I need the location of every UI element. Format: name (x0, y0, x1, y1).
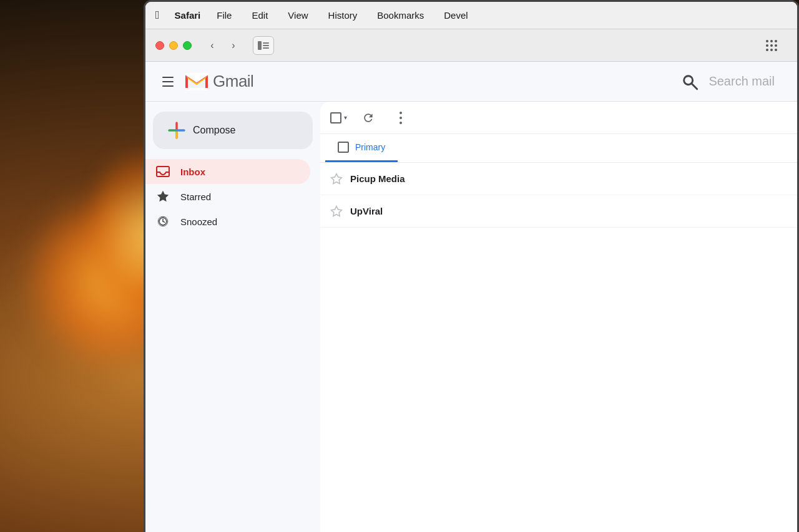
sidebar-toggle-button[interactable] (253, 36, 274, 55)
email-row-2[interactable]: UpViral (320, 195, 797, 228)
menu-bar:  Safari File Edit View History Bookmark… (145, 2, 797, 29)
select-all-checkbox[interactable]: ▾ (330, 112, 347, 123)
star-icon-svg (156, 190, 170, 203)
svg-point-6 (775, 40, 777, 42)
email-list-toolbar: ▾ (320, 102, 797, 134)
nav-buttons: ‹ › (203, 36, 243, 55)
svg-marker-37 (331, 206, 342, 216)
svg-point-8 (770, 44, 773, 47)
menu-edit[interactable]: Edit (248, 9, 272, 22)
gmail-m-icon (185, 73, 208, 90)
compose-label: Compose (193, 125, 235, 136)
search-container: Search mail (681, 73, 775, 90)
search-area: Search mail (253, 73, 787, 90)
laptop-frame:  Safari File Edit View History Bookmark… (144, 0, 799, 532)
hamburger-button[interactable] (155, 69, 180, 94)
refresh-icon (362, 112, 375, 124)
starred-label: Starred (180, 191, 211, 202)
gmail-app: Gmail Search mail (145, 62, 797, 532)
sidebar-item-snoozed[interactable]: Snoozed (145, 209, 310, 234)
maximize-button[interactable] (183, 41, 192, 50)
menu-file[interactable]: File (213, 9, 235, 22)
apple-icon[interactable]:  (155, 9, 160, 22)
email-list: ▾ (320, 102, 797, 532)
grid-icon-button[interactable] (761, 36, 782, 55)
checkbox[interactable] (330, 112, 341, 123)
tab-primary[interactable]: Primary (325, 134, 398, 162)
snoozed-label: Snoozed (180, 216, 217, 227)
email-sender-1: Picup Media (350, 173, 450, 184)
search-icon-svg (681, 73, 699, 90)
minimize-button[interactable] (169, 41, 178, 50)
search-placeholder-text: Search mail (708, 74, 775, 89)
gmail-wordmark: Gmail (213, 72, 253, 91)
star-icon-2[interactable] (330, 205, 343, 218)
svg-line-15 (692, 84, 697, 89)
snoozed-icon (155, 214, 170, 229)
svg-rect-2 (263, 45, 269, 46)
hamburger-line-3 (162, 85, 174, 87)
refresh-button[interactable] (357, 107, 380, 129)
gmail-sidebar: Compose Inbox (145, 102, 320, 532)
inbox-icon-svg (156, 166, 170, 177)
svg-marker-36 (331, 173, 342, 183)
traffic-lights (155, 41, 192, 50)
svg-point-9 (775, 44, 777, 47)
browser-toolbar: ‹ › (145, 29, 797, 62)
compose-button[interactable]: Compose (153, 112, 313, 149)
close-button[interactable] (155, 41, 164, 50)
app-name: Safari (175, 10, 201, 21)
back-button[interactable]: ‹ (203, 36, 222, 55)
svg-point-12 (775, 49, 777, 51)
compose-plus-icon (168, 122, 185, 139)
grid-dots-icon (765, 39, 778, 52)
hamburger-line-1 (162, 77, 174, 78)
inbox-icon (155, 164, 170, 179)
gmail-header: Gmail Search mail (145, 62, 797, 102)
more-options-icon (400, 112, 402, 124)
menu-view[interactable]: View (284, 9, 311, 22)
sidebar-item-inbox[interactable]: Inbox (145, 159, 310, 184)
tab-primary-label: Primary (355, 142, 385, 152)
svg-point-34 (400, 117, 402, 119)
svg-point-7 (766, 44, 768, 47)
tab-checkbox[interactable] (338, 142, 349, 153)
menu-bookmarks[interactable]: Bookmarks (373, 9, 428, 22)
menu-devel[interactable]: Devel (440, 9, 471, 22)
search-icon[interactable] (681, 73, 699, 90)
svg-point-33 (400, 112, 402, 114)
svg-point-4 (766, 40, 768, 42)
dropdown-arrow[interactable]: ▾ (344, 114, 347, 121)
more-options-button[interactable] (390, 107, 412, 129)
hamburger-line-2 (162, 81, 174, 82)
main-content: Compose Inbox (145, 102, 797, 532)
forward-button[interactable]: › (224, 36, 243, 55)
inbox-label: Inbox (180, 167, 205, 177)
svg-rect-1 (263, 42, 269, 44)
star-icon-1[interactable] (330, 173, 343, 185)
svg-rect-0 (258, 41, 262, 50)
tab-row: Primary (320, 134, 797, 163)
sidebar-item-starred[interactable]: Starred (145, 184, 310, 209)
screen:  Safari File Edit View History Bookmark… (145, 2, 797, 532)
svg-point-35 (400, 122, 402, 124)
clock-icon-svg (156, 215, 170, 228)
menu-history[interactable]: History (325, 9, 361, 22)
svg-marker-23 (157, 191, 169, 201)
svg-point-10 (766, 49, 768, 51)
gmail-logo: Gmail (185, 72, 253, 91)
starred-icon (155, 189, 170, 204)
email-sender-2: UpViral (350, 206, 450, 216)
sidebar-toggle-icon (258, 41, 269, 50)
svg-point-11 (770, 49, 773, 51)
svg-rect-3 (263, 47, 269, 49)
svg-point-5 (770, 40, 773, 42)
email-row-1[interactable]: Picup Media (320, 163, 797, 195)
